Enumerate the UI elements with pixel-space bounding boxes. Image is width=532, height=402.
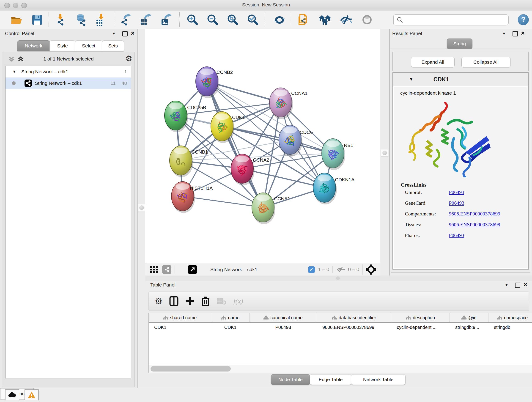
column-header-canonical-name[interactable]: canonical name [249, 313, 317, 322]
crosslink-value-link[interactable]: P06493 [449, 189, 464, 195]
gene-collapse-icon[interactable]: ▼ [409, 77, 413, 82]
show-all-button[interactable] [361, 13, 374, 26]
string-network-icon [24, 79, 32, 87]
expand-all-button[interactable]: Expand All [411, 57, 455, 67]
crosslink-value-link[interactable]: 9606.ENSP00000378699 [449, 222, 500, 228]
results-panel-close-icon[interactable]: × [519, 31, 527, 36]
crosslink-value-link[interactable]: P06493 [449, 232, 464, 238]
zoom-out-button[interactable] [206, 13, 219, 26]
network-type-icon[interactable] [162, 265, 171, 274]
node-details-scroll: ▼ CDK1 cyclin-dependent kinase 1 [393, 72, 529, 269]
right-splitter-handle[interactable] [381, 149, 388, 157]
hide-selected-button[interactable] [340, 13, 352, 26]
fit-selection-crosshair-icon[interactable] [366, 264, 376, 274]
table-splitter[interactable] [145, 275, 532, 281]
search-input[interactable] [405, 16, 508, 24]
export-network-button[interactable] [120, 13, 133, 26]
new-network-selection-button[interactable] [298, 13, 310, 26]
scrollbar-thumb[interactable] [151, 366, 231, 371]
save-session-icon [31, 14, 43, 26]
tab-edge-table[interactable]: Edge Table [310, 374, 351, 385]
network-canvas[interactable]: CCNB2CCNA1CDC25BCDK1CDC6RB1CCNB1CCNA2CDK… [145, 29, 380, 263]
network-selection-status: 1 of 1 Network selected [30, 56, 108, 62]
node-CCNA2[interactable]: CCNA2 [231, 154, 269, 185]
column-header-database-identifier[interactable]: database identifier [317, 313, 391, 322]
window-title: Session: New Session [0, 2, 532, 7]
expand-collapse-row: Expand All Collapse All [393, 52, 529, 71]
birds-eye-grid-icon[interactable] [149, 265, 158, 274]
tab-select[interactable]: Select [75, 40, 102, 51]
save-session-button[interactable] [31, 13, 44, 26]
zoom-selected-button[interactable] [247, 13, 259, 26]
table-panel-close-icon[interactable]: × [521, 283, 529, 287]
show-columns-icon[interactable] [169, 296, 178, 306]
export-table-button[interactable] [140, 13, 152, 26]
column-header-name[interactable]: name [211, 313, 249, 322]
update-button[interactable] [273, 13, 286, 26]
expand-all-networks-icon[interactable] [17, 56, 24, 63]
node-CDK1[interactable]: CDK1 [211, 112, 245, 143]
right-splitter[interactable] [380, 29, 389, 275]
column-header-description[interactable]: description [391, 313, 450, 322]
create-column-plus-icon[interactable] [185, 297, 195, 306]
edge-CCNB2-CCNE1[interactable] [207, 81, 263, 207]
tab-network-table[interactable]: Network Table [351, 374, 405, 385]
tab-network[interactable]: Network [17, 40, 50, 51]
column-header-shared-name[interactable]: shared name [149, 313, 211, 322]
table-row[interactable]: CDK1CDK1P064939606.ENSP00000378699cyclin… [149, 323, 532, 332]
network-options-gear-icon[interactable]: ⚙ [125, 54, 132, 63]
results-panel-collapse-icon[interactable]: ▼ [500, 32, 508, 36]
open-session-button[interactable] [10, 13, 23, 26]
selected-checkbox[interactable]: ✓ [308, 266, 315, 273]
import-network-database-button[interactable] [75, 13, 88, 26]
control-panel-close-icon[interactable]: × [129, 31, 137, 36]
cell: stringdb:9... [450, 323, 488, 332]
left-splitter[interactable] [138, 29, 145, 388]
node-CCNA1[interactable]: CCNA1 [269, 88, 307, 119]
left-splitter-handle[interactable] [138, 204, 145, 211]
node-RB1[interactable]: RB1 [322, 139, 353, 170]
node-label-CDC25B: CDC25B [187, 105, 206, 110]
network-row[interactable]: String Network – cdk1 11 48 [6, 77, 131, 89]
crosslink-value-link[interactable]: 9606.ENSP00000378699 [449, 211, 500, 217]
node-CDKN1A[interactable]: CDKN1A [313, 173, 355, 204]
warnings-button[interactable] [25, 389, 39, 400]
open-in-window-icon[interactable] [188, 265, 197, 274]
table-panel-float-icon[interactable] [514, 283, 521, 289]
help-button[interactable]: ? [518, 14, 529, 25]
network-collection-row[interactable]: ▼ String Network – cdk1 1 [6, 66, 131, 77]
control-panel: Control Panel ▼ × NetworkStyleSelectSets… [0, 29, 138, 388]
results-panel-float-icon[interactable] [511, 31, 519, 38]
table-splitter-handle[interactable] [336, 276, 340, 280]
export-image-button[interactable] [160, 13, 173, 26]
collection-expand-icon[interactable]: ▼ [12, 70, 16, 74]
table-options-gear-icon[interactable]: ⚙ [155, 296, 162, 306]
tab-node-table[interactable]: Node Table [271, 374, 310, 385]
zoom-fit-button[interactable] [226, 13, 239, 26]
import-table-file-button[interactable] [95, 13, 108, 26]
tab-string[interactable]: String [447, 38, 472, 49]
control-panel-collapse-icon[interactable]: ▼ [110, 32, 118, 36]
collapse-all-button[interactable]: Collapse All [462, 57, 510, 67]
zoom-fit-icon [227, 14, 239, 26]
node-label-RB1: RB1 [344, 143, 353, 148]
first-neighbors-button[interactable] [318, 13, 331, 26]
import-network-file-button[interactable] [55, 13, 67, 26]
tab-style[interactable]: Style [50, 40, 75, 51]
zoom-in-icon [186, 14, 199, 26]
delete-column-trash-icon[interactable] [201, 296, 210, 306]
gene-header-row[interactable]: ▼ CDK1 [393, 73, 528, 86]
column-header-namespace[interactable]: namespace [488, 313, 532, 322]
crosslink-value-link[interactable]: P06493 [449, 200, 464, 206]
table-horizontal-scrollbar[interactable] [149, 365, 532, 373]
node-CDC6[interactable]: CDC6 [279, 125, 313, 157]
table-panel-collapse-icon[interactable]: ▼ [503, 283, 510, 287]
cloud-status-button[interactable] [5, 389, 19, 400]
node-CCNE1[interactable]: CCNE1 [252, 193, 290, 224]
control-panel-float-icon[interactable] [121, 31, 129, 38]
collapse-all-networks-icon[interactable] [8, 56, 15, 63]
column-header--id[interactable]: @id [450, 313, 488, 322]
tab-sets[interactable]: Sets [102, 40, 124, 51]
node-HIST1H1A[interactable]: HIST1H1A [171, 182, 213, 213]
zoom-in-button[interactable] [186, 13, 199, 26]
